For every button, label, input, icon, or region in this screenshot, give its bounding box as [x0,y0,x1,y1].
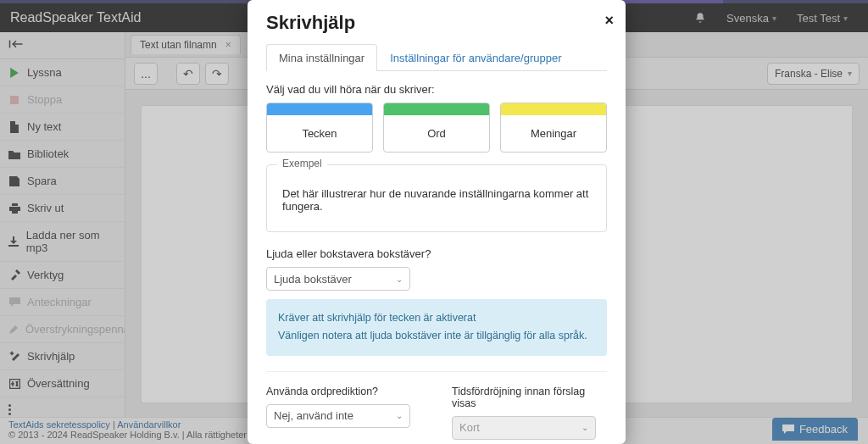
sound-select[interactable]: Ljuda bokstäver ⌄ [266,267,410,291]
choice-label: Tecken [267,115,372,152]
choice-color-bar [501,103,606,115]
info-line: Kräver att skrivhjälp för tecken är akti… [278,309,595,327]
delay-select[interactable]: Kort ⌄ [452,416,596,440]
choice-label: Ord [384,115,489,152]
writing-aid-modal: × Skrivhjälp Mina inställningar Inställn… [248,0,626,444]
tab-group-settings[interactable]: Inställningar för användare/grupper [377,44,574,71]
delay-label: Tidsfördröjning innan förslag visas [452,386,607,409]
info-note: Kräver att skrivhjälp för tecken är akti… [266,299,607,356]
chevron-down-icon: ⌄ [396,411,403,420]
example-legend: Exempel [277,158,327,169]
choice-chars[interactable]: Tecken [266,103,373,153]
choice-color-bar [384,103,489,115]
modal-tabs: Mina inställningar Inställningar för anv… [266,44,607,71]
example-fieldset: Exempel Det här illustrerar hur de nuvar… [266,164,607,232]
info-line: Vänligen notera att ljuda bokstäver inte… [278,327,595,345]
modal-close-button[interactable]: × [604,12,614,30]
predict-label: Använda ordprediktion? [266,386,421,397]
delay-value: Kort [459,421,480,434]
tab-my-settings[interactable]: Mina inställningar [266,44,377,71]
choice-words[interactable]: Ord [383,103,490,153]
predict-value: Nej, använd inte [274,409,353,422]
choice-color-bar [267,103,372,115]
choose-prompt: Välj vad du vill höra när du skriver: [266,83,607,96]
modal-title: Skrivhjälp [266,12,607,34]
predict-select[interactable]: Nej, använd inte ⌄ [266,404,410,428]
example-text: Det här illustrerar hur de nuvarande ins… [282,187,588,213]
sound-value: Ljuda bokstäver [274,273,352,286]
divider [266,371,607,372]
chevron-down-icon: ⌄ [581,423,588,432]
sound-label: Ljuda eller bokstavera bokstäver? [266,247,607,260]
choice-label: Meningar [501,115,606,152]
chevron-down-icon: ⌄ [396,275,403,284]
choice-sentences[interactable]: Meningar [500,103,607,153]
